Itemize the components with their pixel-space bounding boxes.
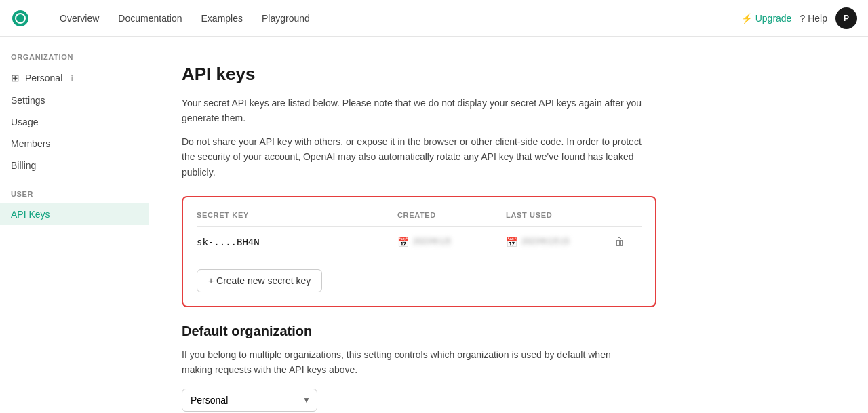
sidebar-item-members[interactable]: Members	[0, 133, 149, 155]
sidebar-item-billing[interactable]: Billing	[0, 155, 149, 176]
col-header-created: CREATED	[397, 211, 506, 219]
upgrade-label: Upgrade	[755, 13, 792, 24]
nav-playground[interactable]: Playground	[254, 9, 318, 28]
sidebar-personal-label: Personal	[25, 73, 62, 83]
help-label: Help	[808, 13, 827, 24]
description-1: Your secret API keys are listed below. P…	[182, 96, 656, 126]
svg-point-0	[18, 16, 22, 20]
default-org-desc: If you belong to multiple organizations,…	[182, 347, 643, 378]
billing-label: Billing	[11, 160, 36, 171]
sidebar-item-usage[interactable]: Usage	[0, 111, 149, 133]
col-header-last-used: LAST USED	[506, 211, 614, 219]
org-select[interactable]: Personal	[182, 389, 317, 412]
page-title: API keys	[182, 64, 835, 85]
logo[interactable]	[11, 9, 30, 28]
nav-examples[interactable]: Examples	[193, 9, 251, 28]
sidebar-item-personal[interactable]: ⊞ Personal ℹ	[0, 66, 149, 90]
settings-label: Settings	[11, 95, 45, 106]
help-button[interactable]: ? Help	[800, 13, 827, 24]
topnav: Overview Documentation Examples Playgrou…	[0, 0, 868, 37]
sidebar: ORGANIZATION ⊞ Personal ℹ Settings Usage…	[0, 37, 149, 413]
sidebar-item-settings[interactable]: Settings	[0, 90, 149, 111]
upgrade-button[interactable]: ⚡ Upgrade	[741, 13, 792, 24]
building-icon: ⊞	[11, 72, 20, 84]
api-keys-box: SECRET KEY CREATED LAST USED sk-....BH4N…	[182, 196, 656, 307]
key-value: sk-....BH4N	[197, 237, 397, 248]
delete-cell: 🗑	[614, 236, 642, 248]
key-last-used: 📅 2023年2月15	[506, 236, 614, 248]
delete-key-button[interactable]: 🗑	[614, 236, 625, 248]
col-header-secret-key: SECRET KEY	[197, 211, 397, 219]
apikeys-label: API Keys	[11, 209, 50, 220]
calendar-icon-used: 📅	[506, 237, 517, 248]
calendar-icon-created: 📅	[397, 237, 409, 248]
topnav-right: ⚡ Upgrade ? Help P	[741, 7, 857, 29]
key-created: 📅 2023年1月	[397, 236, 506, 248]
org-section-label: ORGANIZATION	[0, 53, 149, 66]
usage-label: Usage	[11, 117, 38, 127]
sidebar-divider	[0, 176, 149, 190]
last-used-date: 2023年2月15	[521, 236, 570, 248]
description-2: Do not share your API key with others, o…	[182, 134, 656, 180]
main-content: API keys Your secret API keys are listed…	[149, 37, 868, 413]
create-secret-key-button[interactable]: + Create new secret key	[197, 269, 322, 292]
nav-documentation[interactable]: Documentation	[110, 9, 190, 28]
nav-overview[interactable]: Overview	[52, 9, 107, 28]
created-date: 2023年1月	[413, 236, 452, 248]
help-icon: ?	[800, 13, 805, 24]
table-header: SECRET KEY CREATED LAST USED	[197, 211, 642, 227]
table-row: sk-....BH4N 📅 2023年1月 📅 2023年2月15 🗑	[197, 227, 642, 258]
layout: ORGANIZATION ⊞ Personal ℹ Settings Usage…	[0, 37, 868, 413]
members-label: Members	[11, 138, 50, 149]
org-select-wrapper: Personal ▼	[182, 389, 317, 412]
bolt-icon: ⚡	[741, 13, 753, 24]
avatar[interactable]: P	[835, 7, 857, 29]
user-section-label: USER	[0, 190, 149, 203]
sidebar-item-apikeys[interactable]: API Keys	[0, 203, 149, 225]
info-icon: ℹ	[71, 73, 74, 83]
nav-links: Overview Documentation Examples Playgrou…	[52, 9, 725, 28]
col-header-actions	[614, 211, 642, 219]
default-org-title: Default organization	[182, 323, 835, 339]
avatar-initials: P	[844, 14, 849, 23]
